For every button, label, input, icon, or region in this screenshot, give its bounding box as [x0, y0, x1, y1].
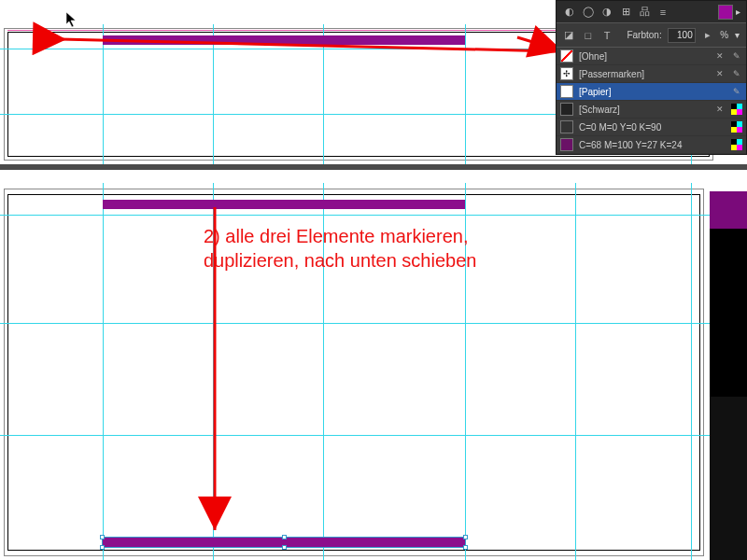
magenta-bar-b-bottom[interactable]	[103, 538, 465, 547]
swatch-row[interactable]: C=0 M=0 Y=0 K=90	[557, 119, 746, 136]
swatch-color-box	[560, 103, 573, 116]
swatch-color-box	[560, 85, 573, 98]
thumb	[710, 229, 747, 397]
selection-handle[interactable]	[463, 535, 468, 539]
swatch-name: [Papier]	[579, 87, 726, 97]
panel-options-row: ◪ □ T Farbton: ▸ % ▾	[557, 23, 746, 48]
vguide	[465, 24, 466, 164]
annotation-step2-line1: 2) alle drei Elemente markieren,	[204, 224, 558, 248]
magenta-bar-top[interactable]	[103, 35, 465, 45]
vguide	[691, 183, 692, 560]
canvas-divider	[0, 164, 747, 170]
tint-stepper-icon[interactable]: ▸	[702, 27, 713, 44]
tab-icon[interactable]: ≡	[655, 4, 671, 21]
tint-input[interactable]	[668, 28, 696, 43]
tab-icon[interactable]: ⊞	[617, 4, 634, 21]
tab-icon[interactable]: ◯	[580, 4, 597, 21]
hguide	[0, 435, 747, 436]
vguide	[323, 24, 324, 164]
annotation-step2-text: 2) alle drei Elemente markieren, duplizi…	[204, 224, 558, 273]
selection-handle[interactable]	[100, 545, 105, 550]
swatch-color-box	[560, 67, 573, 80]
swatch-name: [Schwarz]	[579, 105, 709, 115]
swatch-name: C=0 M=0 Y=0 K=90	[579, 122, 726, 133]
magenta-bar-b-top[interactable]	[103, 200, 465, 209]
lock-icon: ✕	[714, 68, 726, 79]
fill-stroke-icon[interactable]: ◪	[563, 27, 574, 44]
hguide	[0, 215, 747, 216]
edit-icon[interactable]: ✎	[731, 68, 742, 79]
swatch-color-box	[560, 49, 573, 63]
cmyk-icon	[731, 139, 742, 150]
cursor-icon	[65, 11, 78, 28]
swatch-row[interactable]: [Schwarz]✕	[557, 101, 746, 119]
vguide	[575, 183, 576, 560]
cmyk-icon	[731, 104, 742, 115]
selection-handle[interactable]	[463, 545, 468, 550]
swatch-row[interactable]: [Ohne]✕✎	[557, 48, 746, 65]
swatch-color-box	[560, 120, 573, 133]
container-icon[interactable]: □	[582, 27, 593, 44]
panel-tabbar: ◐ ◯ ◑ ⊞ 品 ≡ ▸	[557, 1, 746, 23]
swatch-row[interactable]: C=68 M=100 Y=27 K=24	[557, 136, 746, 154]
tab-icon[interactable]: ◐	[561, 4, 578, 21]
edit-icon[interactable]: ✎	[731, 86, 742, 97]
hguide	[0, 323, 747, 324]
thumbnail-strip	[710, 191, 747, 560]
swatches-panel[interactable]: ◐ ◯ ◑ ⊞ 品 ≡ ▸ ◪ □ T Farbton: ▸ % ▾ [Ohne…	[556, 0, 747, 155]
thumb	[710, 191, 747, 229]
edit-icon[interactable]: ✎	[731, 50, 742, 62]
tint-unit: %	[720, 30, 728, 40]
spacer	[673, 4, 717, 21]
swatch-name: [Passermarken]	[579, 69, 709, 79]
annotation-step2-line2: duplizieren, nach unten schieben	[204, 248, 558, 273]
lock-icon: ✕	[714, 50, 726, 62]
vguide	[103, 24, 104, 164]
swatch-name: C=68 M=100 Y=27 K=24	[579, 140, 726, 150]
tab-icon[interactable]: 品	[636, 4, 653, 21]
swatch-row[interactable]: [Papier]✎	[557, 83, 746, 101]
selection-handle[interactable]	[282, 535, 287, 539]
current-color-chip[interactable]	[718, 5, 733, 20]
vguide	[103, 183, 104, 560]
tab-icon[interactable]: ◑	[599, 4, 615, 21]
selection-handle[interactable]	[282, 545, 287, 550]
text-icon[interactable]: T	[601, 27, 613, 44]
swatch-row[interactable]: [Passermarken]✕✎	[557, 65, 746, 83]
swatch-list: [Ohne]✕✎[Passermarken]✕✎[Papier]✎[Schwar…	[557, 48, 746, 154]
vguide	[213, 24, 214, 164]
selection-handle[interactable]	[100, 535, 105, 539]
lock-icon: ✕	[714, 104, 726, 115]
swatch-name: [Ohne]	[579, 51, 709, 62]
tint-label: Farbton:	[627, 30, 661, 40]
panel-flyout-icon[interactable]: ▸	[733, 3, 742, 21]
cmyk-icon	[731, 121, 742, 133]
panel-flyout-icon[interactable]: ▾	[734, 26, 740, 45]
swatch-color-box	[560, 138, 573, 151]
